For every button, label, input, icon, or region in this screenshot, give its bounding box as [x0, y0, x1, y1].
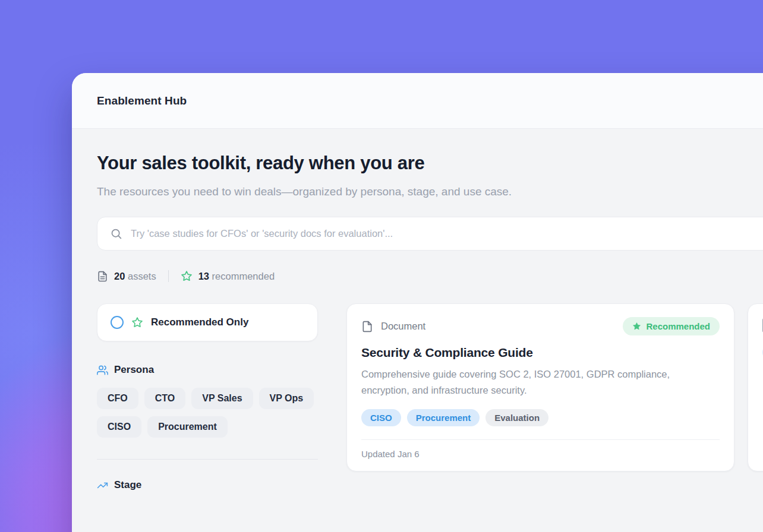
persona-chip-cto[interactable]: CTO — [144, 388, 185, 409]
assets-count: 20 — [114, 271, 125, 281]
recommended-stat-text: 13 recommended — [198, 271, 275, 282]
recommended-count: 13 — [198, 271, 209, 281]
stats-row: 20 assets 13 recommended — [97, 270, 763, 282]
search-input[interactable] — [131, 228, 763, 239]
persona-chip-ciso[interactable]: CISO — [97, 416, 141, 438]
asset-type-label: Document — [381, 321, 425, 332]
persona-chip-procurement[interactable]: Procurement — [147, 416, 228, 438]
asset-updated-date: Updated Jan 6 — [361, 440, 720, 471]
file-text-icon — [97, 271, 108, 282]
radio-circle-icon[interactable] — [111, 316, 124, 329]
asset-type: Document — [361, 320, 425, 333]
recommended-only-toggle[interactable]: Recommended Only — [97, 303, 318, 341]
asset-description: Comprehensive guide covering SOC 2, ISO … — [361, 366, 706, 398]
star-filled-icon — [632, 322, 641, 331]
tag-evaluation[interactable]: Evaluation — [485, 409, 548, 426]
persona-chip-vp-ops[interactable]: VP Ops — [259, 388, 314, 409]
document-icon — [361, 320, 373, 333]
persona-section-header: Persona — [97, 364, 318, 376]
recommended-stat: 13 recommended — [181, 270, 275, 282]
search-icon — [110, 227, 122, 240]
asset-card-grid: Document Recommended Security & Complian… — [346, 303, 763, 471]
recommended-only-label: Recommended Only — [151, 316, 248, 328]
tag-ciso[interactable]: CISO — [361, 409, 401, 426]
trending-up-icon — [97, 480, 108, 491]
asset-card-partial[interactable] — [748, 303, 763, 471]
window-body: Your sales toolkit, ready when you are T… — [72, 129, 763, 491]
page-title: Your sales toolkit, ready when you are — [97, 153, 763, 174]
tag-procurement[interactable]: Procurement — [407, 409, 480, 426]
asset-card[interactable]: Document Recommended Security & Complian… — [346, 303, 734, 471]
stage-section-header: Stage — [97, 479, 318, 491]
search-bar[interactable] — [97, 217, 763, 251]
users-icon — [97, 365, 108, 376]
app-title: Enablement Hub — [97, 94, 187, 107]
page-subtitle: The resources you need to win deals—orga… — [97, 182, 590, 201]
stats-divider — [168, 270, 169, 282]
recommended-badge-label: Recommended — [646, 321, 710, 331]
star-outline-icon — [181, 270, 193, 282]
filter-sidebar: Recommended Only Persona CFO CTO VP Sale… — [97, 303, 318, 491]
sidebar-divider — [97, 459, 318, 460]
asset-tags: CISO Procurement Evaluation — [361, 409, 720, 426]
recommended-badge: Recommended — [623, 317, 720, 335]
recommended-label: recommended — [212, 271, 275, 281]
assets-label: assets — [128, 271, 156, 281]
enablement-hub-window: Enablement Hub Your sales toolkit, ready… — [72, 73, 763, 532]
window-header: Enablement Hub — [72, 73, 763, 129]
persona-chips: CFO CTO VP Sales VP Ops CISO Procurement — [97, 388, 318, 438]
star-outline-icon — [131, 316, 143, 328]
assets-stat-text: 20 assets — [114, 271, 156, 282]
persona-chip-vp-sales[interactable]: VP Sales — [191, 388, 253, 409]
assets-stat: 20 assets — [97, 271, 156, 282]
stage-section-label: Stage — [114, 479, 141, 491]
persona-section-label: Persona — [114, 364, 154, 376]
asset-title: Security & Compliance Guide — [361, 346, 720, 360]
persona-chip-cfo[interactable]: CFO — [97, 388, 138, 409]
